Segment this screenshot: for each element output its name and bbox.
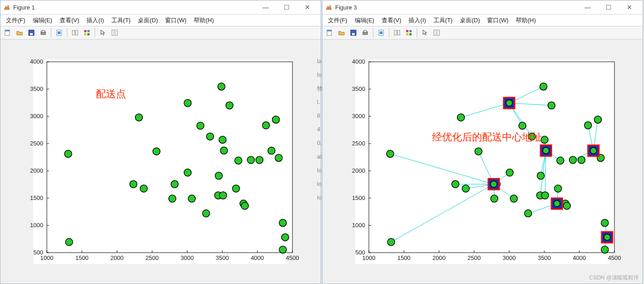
svg-text:1500: 1500 [75,254,89,261]
svg-rect-8 [72,30,75,35]
menu-view[interactable]: 查看(V) [378,15,405,26]
save-icon[interactable] [348,27,359,38]
svg-point-181 [537,172,544,179]
print-icon[interactable] [38,27,49,38]
svg-point-177 [519,122,526,129]
insert-items-icon[interactable] [109,27,120,38]
svg-point-192 [578,156,585,164]
svg-point-59 [184,99,191,106]
insert-items-icon[interactable] [431,27,442,38]
pointer-icon[interactable] [419,27,430,38]
svg-point-78 [262,121,270,129]
svg-text:1000: 1000 [352,222,365,229]
menu-view[interactable]: 查看(V) [56,15,83,26]
svg-text:3000: 3000 [503,254,516,261]
link-icon[interactable] [70,27,80,38]
svg-text:3500: 3500 [538,254,551,261]
svg-point-205 [543,147,549,154]
layout-icon[interactable] [403,27,414,38]
axes[interactable]: 1000150020002500300035004000450050010001… [355,60,610,264]
svg-text:500: 500 [33,249,43,256]
menubar: 文件(F) 编辑(E) 查看(V) 插入(I) 工具(T) 桌面(D) 窗口(W… [0,15,321,26]
svg-point-72 [232,184,240,192]
toolbar [322,26,643,40]
print-icon[interactable] [360,27,371,38]
svg-point-68 [219,136,226,143]
link-icon[interactable] [392,27,402,38]
svg-point-193 [584,121,592,129]
svg-rect-96 [406,30,408,32]
new-figure-icon[interactable] [324,27,335,38]
close-button[interactable]: ✕ [619,0,640,14]
matlab-figure-icon [3,4,10,11]
svg-rect-87 [327,30,332,31]
maximize-button[interactable]: ☐ [276,0,297,14]
svg-point-73 [235,157,242,164]
svg-rect-97 [409,30,412,32]
svg-text:经优化后的配送中心地址: 经优化后的配送中心地址 [432,131,542,142]
svg-point-60 [171,180,178,188]
menu-edit[interactable]: 编辑(E) [29,15,56,26]
titlebar[interactable]: Figure 3 — ☐ ✕ [322,0,643,15]
svg-text:1500: 1500 [30,194,43,201]
pointer-icon[interactable] [97,27,108,38]
open-icon[interactable] [336,27,347,38]
svg-text:2500: 2500 [352,140,365,147]
minimize-button[interactable]: — [577,0,598,14]
titlebar[interactable]: Figure 1 — ☐ ✕ [0,0,321,15]
menu-tools[interactable]: 工具(T) [108,15,135,26]
menu-help[interactable]: 帮助(H) [512,15,539,26]
svg-text:2500: 2500 [468,254,481,261]
svg-text:3000: 3000 [30,113,43,120]
menu-file[interactable]: 文件(F) [324,15,351,26]
axes[interactable]: 1000150020002500300035004000450050010001… [33,60,288,264]
svg-point-184 [541,192,548,199]
svg-text:4000: 4000 [251,254,264,261]
maximize-button[interactable]: ☐ [598,0,619,14]
save-icon[interactable] [26,27,37,38]
menu-window[interactable]: 窗口(W) [483,15,512,26]
page-setup-icon[interactable] [376,27,387,38]
close-button[interactable]: ✕ [297,0,318,14]
svg-rect-5 [42,30,45,32]
svg-point-77 [256,156,263,164]
menu-insert[interactable]: 插入(I) [83,15,107,26]
svg-point-64 [206,133,214,140]
svg-text:1500: 1500 [352,194,365,201]
menu-desk[interactable]: 桌面(D) [134,15,161,26]
menu-tools[interactable]: 工具(T) [430,15,457,26]
menu-insert[interactable]: 插入(I) [405,15,429,26]
window-title: Figure 1 [13,4,35,11]
layout-icon[interactable] [81,27,92,38]
svg-point-76 [247,156,255,164]
svg-point-170 [462,184,469,192]
svg-point-171 [475,148,482,155]
svg-point-53 [130,180,137,188]
menu-file[interactable]: 文件(F) [2,15,29,26]
menu-desk[interactable]: 桌面(D) [456,15,483,26]
svg-point-79 [268,147,275,154]
menu-window[interactable]: 窗口(W) [161,15,190,26]
svg-point-197 [601,219,609,226]
svg-point-201 [506,100,513,106]
svg-rect-98 [406,33,408,35]
new-figure-icon[interactable] [2,27,13,38]
svg-point-203 [491,181,497,187]
svg-point-57 [169,195,176,202]
minimize-button[interactable]: — [255,0,276,14]
svg-point-207 [553,200,560,207]
menu-help[interactable]: 帮助(H) [190,15,217,26]
svg-point-186 [548,102,555,109]
open-icon[interactable] [14,27,25,38]
window-title: Figure 3 [335,4,357,11]
page-setup-icon[interactable] [54,27,65,38]
svg-point-82 [279,219,287,226]
svg-rect-9 [75,30,78,35]
figure-window-3: Figure 3 — ☐ ✕ 文件(F) 编辑(E) 查看(V) 插入(I) 工… [322,0,643,284]
svg-point-55 [140,184,147,192]
svg-rect-1 [5,30,10,31]
svg-point-178 [524,209,532,217]
svg-point-209 [590,147,597,154]
svg-point-62 [197,122,204,129]
menu-edit[interactable]: 编辑(E) [351,15,378,26]
